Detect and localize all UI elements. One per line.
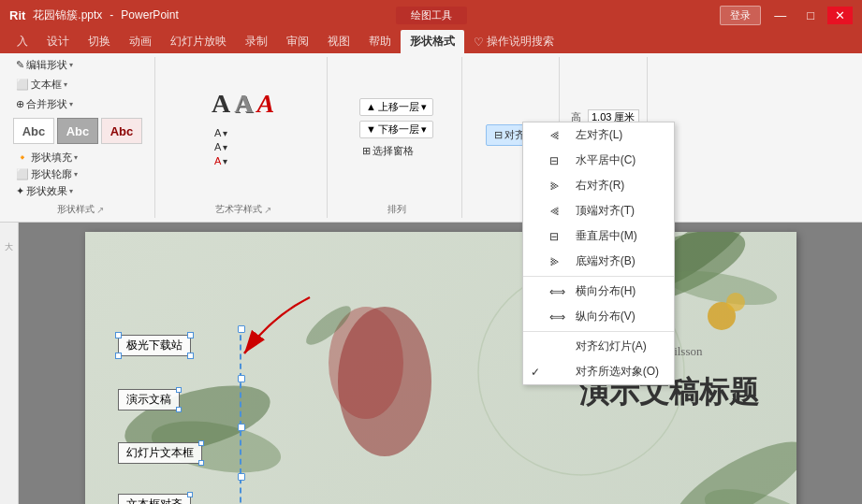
app-logo: Rit [9,8,25,22]
move-down-button[interactable]: ▼ 下移一层 ▾ [359,121,433,138]
textbox-aurora[interactable]: 极光下载站 [118,335,191,356]
distribute-h-item[interactable]: ⟺ 横向分布(H) [523,279,674,304]
tab-shape-format[interactable]: 形状格式 [401,30,464,53]
maximize-button[interactable]: □ [799,7,822,24]
login-button[interactable]: 登录 [720,6,761,25]
align-left-label: 左对齐(L) [576,127,623,143]
sel-handle-4[interactable] [238,473,245,481]
fill-icon: 🔸 [16,151,29,164]
close-button[interactable]: ✕ [827,7,853,24]
dropdown-divider-2 [523,331,674,332]
tab-review[interactable]: 审阅 [277,30,318,53]
minimize-button[interactable]: — [767,7,794,24]
align-center-v-item[interactable]: ⊟ 垂直居中(M) [523,223,674,249]
sel-handle-3[interactable] [238,424,245,431]
align-left-icon: ⫷ [549,129,568,142]
tab-view[interactable]: 视图 [318,30,359,53]
layer-controls-down: ▼ 下移一层 ▾ [359,121,433,138]
art-text-expand[interactable]: ↗ [264,205,271,215]
distribute-h-label: 横向分布(H) [576,283,636,299]
art-letter-styled[interactable]: A [256,89,274,119]
align-slide-label: 对齐幻灯片(A) [576,338,647,354]
shape-samples: Abc Abc Abc [13,118,147,144]
tab-record[interactable]: 录制 [236,30,277,53]
text-effect-icon: A [214,155,221,166]
text-effect-button[interactable]: A ▾ [212,154,274,167]
textbox-presentation[interactable]: 演示文稿 [118,389,180,410]
title-filename: 花园锦簇.pptx [33,7,102,23]
edit-shape-icon: ✎ [16,59,24,71]
tab-help[interactable]: 帮助 [359,30,401,53]
up-icon: ▲ [366,101,376,112]
distribute-h-icon: ⟺ [549,285,568,298]
shape-styles-expand[interactable]: ↗ [96,205,104,215]
align-right-icon: ⫸ [549,180,568,193]
slide: 极光下载站 演示文稿 幻灯片文本框 [85,232,796,504]
handle-pres-tr[interactable] [176,387,182,393]
handle-slide-tr[interactable] [198,440,204,446]
align-bottom-icon: ⫸ [549,255,568,268]
subtitle-drawing-tools: 绘图工具 [411,9,452,21]
title-app: PowerPoint [121,8,178,22]
tab-animation[interactable]: 动画 [120,30,161,53]
merge-shapes-button[interactable]: ⊕ 合并形状 ▾ [13,96,76,112]
shape-styles-label: 形状样式 ↗ [57,199,104,218]
down-icon: ▼ [366,123,376,135]
shape-sample-2[interactable]: Abc [57,118,98,144]
distribute-v-item[interactable]: ⟺ 纵向分布(V) [523,304,674,329]
effect-icon: ✦ [16,185,24,197]
tab-transition[interactable]: 切换 [79,30,120,53]
textbox-slide-text[interactable]: 幻灯片文本框 [118,442,202,464]
art-text-label: 艺术字样式 ↗ [215,199,271,218]
textbox-button[interactable]: ⬜ 文本框 ▾ [13,77,70,93]
art-letter-gradient[interactable]: A [234,89,253,119]
textbox-slide-text-label: 幻灯片文本框 [126,446,194,459]
align-center-h-label: 水平居中(C) [576,152,636,168]
align-top-label: 顶端对齐(T) [576,203,635,219]
merge-icon: ⊕ [16,98,24,110]
textbox-presentation-text: 演示文稿 [126,393,171,406]
shape-fill-button[interactable]: 🔸 形状填充 ▾ [13,150,147,166]
textbox-icon: ⬜ [16,79,29,91]
art-letter-plain[interactable]: A [212,89,230,119]
handle-bl[interactable] [115,353,122,359]
text-outline-icon: A [214,141,221,152]
shape-sample-1[interactable]: Abc [13,118,54,144]
align-left-item[interactable]: ⫷ 左对齐(L) [523,122,674,148]
arrange-label: 排列 [387,199,406,218]
move-up-button[interactable]: ▲ 上移一层 ▾ [359,98,433,116]
handle-slide-br[interactable] [198,460,204,466]
text-fill-button[interactable]: A ▾ [212,126,274,139]
align-top-item[interactable]: ⫷ 顶端对齐(T) [523,198,674,223]
tab-design[interactable]: 设计 [37,30,79,53]
handle-align-tr[interactable] [187,492,193,497]
align-center-h-item[interactable]: ⊟ 水平居中(C) [523,148,674,173]
group-shape-styles: ✎ 编辑形状 ▾ ⬜ 文本框 ▾ ⊕ 合并形状 ▾ [6,57,155,218]
align-selected-item[interactable]: 对齐所选对象(O) [523,359,674,384]
selection-pane-button[interactable]: ⊞ 选择窗格 [359,143,433,159]
edit-shape-button[interactable]: ✎ 编辑形状 ▾ [13,57,76,73]
shape-outline-button[interactable]: ⬜ 形状轮廓 ▾ [13,166,147,182]
align-selected-label: 对齐所选对象(O) [576,364,659,380]
ribbon-tabs: 入 设计 切换 动画 幻灯片放映 录制 审阅 视图 帮助 形状格式 ♡ 操作说明… [0,30,862,53]
align-right-item[interactable]: ⫸ 右对齐(R) [523,173,674,198]
tab-search[interactable]: ♡ 操作说明搜索 [464,30,563,53]
textbox-align-text: 文本框对齐 [126,497,183,504]
shape-effect-button[interactable]: ✦ 形状效果 ▾ [13,183,147,199]
sel-handle-2[interactable] [238,375,245,382]
handle-pres-br[interactable] [176,407,182,412]
sel-handle-1[interactable] [238,325,245,333]
align-slide-item[interactable]: 对齐幻灯片(A) [523,334,674,359]
handle-br[interactable] [187,353,194,359]
textbox-align[interactable]: 文本框对齐 [118,494,191,504]
handle-tl[interactable] [115,332,122,338]
shape-sample-3[interactable]: Abc [101,118,142,144]
handle-tr[interactable] [187,332,194,338]
dropdown-divider-1 [523,276,674,277]
text-outline-button[interactable]: A ▾ [212,140,274,153]
slide-container[interactable]: 极光下载站 演示文稿 幻灯片文本框 [19,223,862,504]
distribute-v-icon: ⟺ [549,310,568,324]
tab-slideshow[interactable]: 幻灯片放映 [161,30,236,53]
align-bottom-item[interactable]: ⫸ 底端对齐(B) [523,249,674,274]
tab-insert[interactable]: 入 [7,30,37,53]
